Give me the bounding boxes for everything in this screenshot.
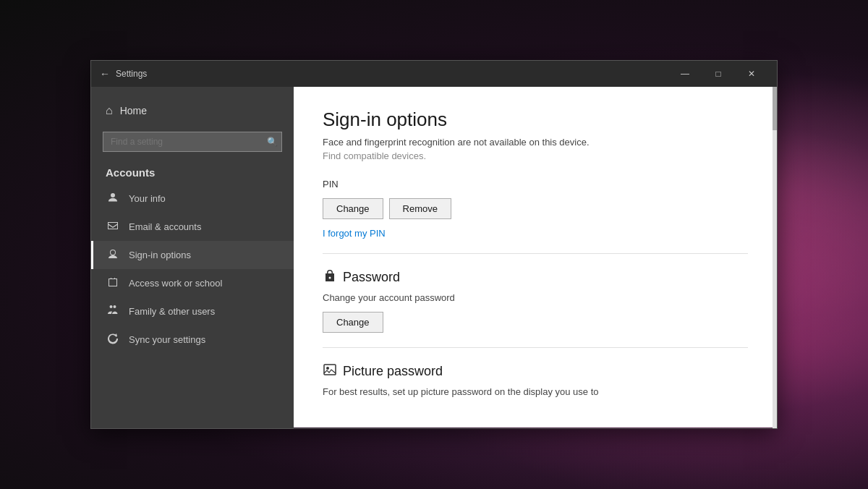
sidebar-item-your-info[interactable]: Your info bbox=[91, 184, 294, 213]
back-button[interactable]: ← bbox=[100, 68, 110, 80]
window-title: Settings bbox=[116, 69, 668, 79]
sign-in-icon bbox=[106, 248, 120, 262]
sync-icon bbox=[106, 333, 120, 346]
pin-buttons: Change Remove bbox=[323, 198, 748, 219]
svg-rect-0 bbox=[324, 365, 336, 375]
scrollbar-thumb[interactable] bbox=[773, 87, 777, 130]
sidebar-home-label: Home bbox=[120, 105, 147, 116]
sidebar-item-access-work[interactable]: Access work or school bbox=[91, 269, 294, 297]
minimize-button[interactable]: — bbox=[668, 61, 702, 87]
main-wrapper: Sign-in options Face and fingerprint rec… bbox=[294, 87, 777, 428]
sidebar-item-family-users[interactable]: Family & other users bbox=[91, 297, 294, 326]
close-button[interactable]: ✕ bbox=[735, 61, 768, 87]
picture-password-heading: Picture password bbox=[323, 362, 748, 380]
pin-remove-button[interactable]: Remove bbox=[389, 198, 451, 219]
family-users-label: Family & other users bbox=[129, 306, 215, 317]
picture-password-heading-text: Picture password bbox=[343, 364, 443, 379]
main-content: Sign-in options Face and fingerprint rec… bbox=[294, 87, 777, 428]
find-devices-link[interactable]: Find compatible devices. bbox=[323, 150, 748, 161]
search-icon: 🔍 bbox=[267, 137, 278, 147]
password-description: Change your account password bbox=[323, 292, 748, 303]
briefcase-icon bbox=[106, 276, 120, 290]
password-heading: Password bbox=[323, 268, 748, 286]
sync-settings-label: Sync your settings bbox=[129, 334, 205, 345]
window-controls: — □ ✕ bbox=[668, 61, 768, 87]
title-bar: ← Settings — □ ✕ bbox=[91, 61, 777, 87]
sidebar-item-sync-settings[interactable]: Sync your settings bbox=[91, 326, 294, 354]
scrollbar-track bbox=[773, 87, 777, 428]
password-buttons: Change bbox=[323, 312, 748, 333]
picture-password-icon bbox=[323, 362, 337, 380]
sign-in-options-label: Sign-in options bbox=[129, 250, 191, 260]
sidebar-item-home[interactable]: ⌂ Home bbox=[91, 98, 294, 123]
home-icon: ⌂ bbox=[106, 104, 113, 117]
your-info-icon bbox=[106, 192, 120, 205]
settings-window: ← Settings — □ ✕ ⌂ Home 🔍 Accounts bbox=[90, 60, 778, 429]
your-info-label: Your info bbox=[129, 193, 166, 204]
sidebar-item-email-accounts[interactable]: Email & accounts bbox=[91, 213, 294, 241]
divider-1 bbox=[323, 253, 748, 254]
search-box: 🔍 bbox=[103, 132, 282, 152]
password-icon bbox=[323, 268, 337, 286]
search-input[interactable] bbox=[103, 132, 282, 152]
picture-password-description: For best results, set up picture passwor… bbox=[323, 386, 748, 397]
password-change-button[interactable]: Change bbox=[323, 312, 383, 333]
page-title: Sign-in options bbox=[323, 109, 748, 131]
sidebar-section-title: Accounts bbox=[91, 161, 294, 184]
email-accounts-label: Email & accounts bbox=[129, 221, 201, 232]
pin-section-label: PIN bbox=[323, 179, 748, 190]
family-icon bbox=[106, 305, 120, 318]
access-work-label: Access work or school bbox=[129, 278, 222, 289]
pin-change-button[interactable]: Change bbox=[323, 198, 383, 219]
device-subtitle: Face and fingerprint recognition are not… bbox=[323, 137, 748, 148]
svg-point-1 bbox=[326, 367, 329, 370]
password-heading-text: Password bbox=[343, 270, 400, 285]
divider-2 bbox=[323, 347, 748, 348]
sidebar: ⌂ Home 🔍 Accounts Your info bbox=[91, 87, 294, 428]
email-icon bbox=[106, 220, 120, 234]
window-body: ⌂ Home 🔍 Accounts Your info bbox=[91, 87, 777, 428]
maximize-button[interactable]: □ bbox=[702, 61, 735, 87]
sidebar-item-sign-in-options[interactable]: Sign-in options bbox=[91, 241, 294, 269]
forgot-pin-link[interactable]: I forgot my PIN bbox=[323, 228, 748, 239]
